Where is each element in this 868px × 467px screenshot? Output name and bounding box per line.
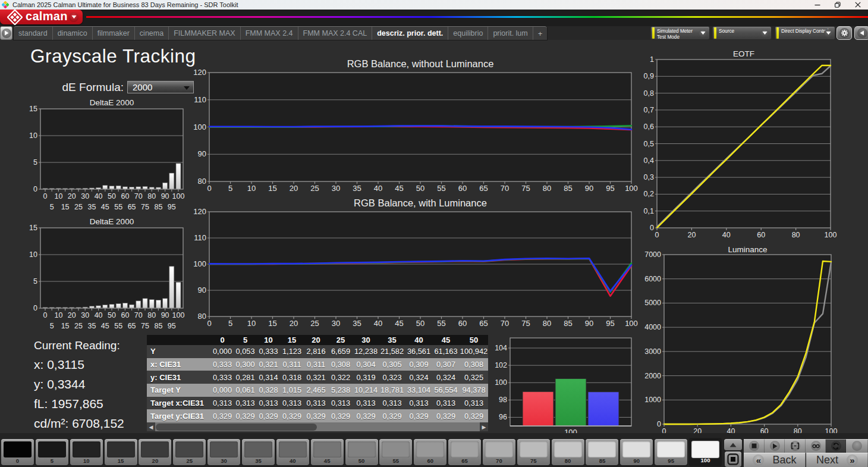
calman-menu-button[interactable]: calman bbox=[0, 10, 83, 24]
scroll-left-icon[interactable]: ◀ bbox=[147, 422, 155, 431]
svg-text:45: 45 bbox=[395, 319, 403, 328]
layout-tab-priorit-lum[interactable]: priorit. lum bbox=[488, 27, 533, 40]
layout-nav-button[interactable] bbox=[0, 26, 12, 40]
grayscale-patch-50[interactable]: 50 bbox=[345, 439, 378, 465]
grayscale-patch-60[interactable]: 60 bbox=[414, 439, 446, 465]
svg-text:10: 10 bbox=[54, 311, 62, 319]
grayscale-patch-5[interactable]: 5 bbox=[36, 439, 68, 465]
grayscale-patch-75[interactable]: 75 bbox=[517, 439, 550, 465]
svg-text:5: 5 bbox=[33, 277, 37, 286]
grayscale-patch-40[interactable]: 40 bbox=[276, 439, 309, 465]
table-scrollbar[interactable]: ◀ ▶ bbox=[147, 422, 488, 431]
grayscale-patch-95[interactable]: 95 bbox=[655, 439, 687, 465]
back-button[interactable]: « Back bbox=[744, 453, 806, 467]
layout-tab-dinamico[interactable]: dinamico bbox=[53, 27, 93, 40]
grayscale-patch-35[interactable]: 35 bbox=[242, 439, 275, 465]
next-button[interactable]: Next » bbox=[806, 453, 868, 467]
patch-level-label: 95 bbox=[655, 457, 687, 464]
stop-icon bbox=[749, 441, 759, 451]
svg-text:90: 90 bbox=[198, 149, 206, 158]
grayscale-patch-90[interactable]: 90 bbox=[620, 439, 653, 465]
patch-swatch bbox=[210, 441, 238, 457]
stop-button[interactable] bbox=[744, 439, 765, 453]
patch-swatch bbox=[279, 441, 307, 457]
table-cell: 0,309 bbox=[405, 358, 432, 371]
layout-tab-equilibrio[interactable]: equilibrio bbox=[448, 27, 488, 40]
refresh-button[interactable] bbox=[826, 439, 846, 453]
table-cell: 0,321 bbox=[257, 358, 280, 371]
table-cell: 0,304 bbox=[353, 358, 379, 371]
svg-text:98: 98 bbox=[499, 396, 507, 404]
table-cell: 0,308 bbox=[328, 358, 353, 371]
de-formula-select[interactable]: 2000 bbox=[127, 81, 194, 93]
grayscale-patch-30[interactable]: 30 bbox=[207, 439, 240, 465]
layout-tab-standard[interactable]: standard bbox=[14, 27, 53, 40]
svg-text:35: 35 bbox=[87, 203, 96, 211]
layout-tab-descriz-prior-dett-[interactable]: descriz. prior. dett. bbox=[372, 27, 448, 40]
infinity-button[interactable] bbox=[806, 439, 826, 453]
grayscale-patch-85[interactable]: 85 bbox=[586, 439, 618, 465]
scroll-right-icon[interactable]: ▶ bbox=[480, 422, 488, 431]
layout-tab-add[interactable]: + bbox=[533, 27, 548, 40]
patch-level-label: 50 bbox=[345, 457, 378, 464]
table-cell: 0,329 bbox=[353, 409, 379, 422]
svg-text:90: 90 bbox=[161, 311, 169, 319]
table-cell: 0,329 bbox=[432, 409, 460, 422]
table-cell: 5,238 bbox=[328, 384, 353, 397]
patch-level-label: 75 bbox=[517, 457, 550, 464]
patch-swatch bbox=[382, 441, 410, 457]
svg-text:95: 95 bbox=[606, 184, 614, 193]
svg-text:20: 20 bbox=[290, 184, 298, 193]
grayscale-patch-15[interactable]: 15 bbox=[105, 439, 137, 465]
layout-tab-FMM-MAX-2-4-CAL[interactable]: FMM MAX 2.4 CAL bbox=[298, 27, 373, 40]
grayscale-patch-80[interactable]: 80 bbox=[552, 439, 584, 465]
dropdown-source[interactable]: Source bbox=[712, 26, 772, 40]
layout-tab-cinema[interactable]: cinema bbox=[135, 27, 169, 40]
svg-text:0,3: 0,3 bbox=[644, 173, 654, 181]
pattern-window-button[interactable] bbox=[725, 452, 741, 467]
svg-text:15: 15 bbox=[61, 203, 70, 211]
svg-text:90: 90 bbox=[585, 184, 593, 193]
grayscale-patch-20[interactable]: 20 bbox=[139, 439, 171, 465]
dropdown-simulated-meter[interactable]: Simulated MeterTest Mode bbox=[650, 26, 710, 40]
table-header: 35 bbox=[379, 335, 405, 345]
grayscale-patch-25[interactable]: 25 bbox=[173, 439, 206, 465]
grayscale-patch-70[interactable]: 70 bbox=[483, 439, 515, 465]
table-row: Y0,0000,0530,3331,1232,8166,65912,23821,… bbox=[147, 345, 488, 358]
close-button[interactable] bbox=[848, 0, 868, 10]
grayscale-patch-65[interactable]: 65 bbox=[448, 439, 481, 465]
record-button[interactable] bbox=[846, 439, 868, 453]
svg-text:40: 40 bbox=[374, 184, 382, 193]
calman-menu-dropdown[interactable] bbox=[69, 12, 78, 22]
collapse-panel-button[interactable] bbox=[854, 26, 868, 40]
play-button[interactable] bbox=[765, 439, 785, 453]
svg-text:4000: 4000 bbox=[644, 323, 661, 331]
grayscale-patch-0[interactable]: 0 bbox=[1, 439, 34, 465]
table-cell: 0,324 bbox=[405, 371, 432, 384]
pattern-up-button[interactable] bbox=[724, 439, 742, 450]
table-cell: 2,465 bbox=[304, 384, 328, 397]
luminance-chart: 01000200030004000500060007000Luminance02… bbox=[636, 244, 841, 440]
svg-text:7000: 7000 bbox=[644, 250, 661, 259]
patch-level-label: 15 bbox=[105, 457, 137, 464]
layout-tabs: standarddinamicofilmmakercinemaFILMMAKER… bbox=[14, 26, 547, 40]
layout-tab-FILMMAKER-MAX[interactable]: FILMMAKER MAX bbox=[169, 27, 241, 40]
svg-text:EOTF: EOTF bbox=[733, 49, 754, 58]
settings-button[interactable] bbox=[836, 26, 852, 40]
grayscale-patch-10[interactable]: 10 bbox=[70, 439, 103, 465]
minimize-button[interactable] bbox=[807, 0, 828, 10]
patch-level-label: 40 bbox=[276, 457, 309, 464]
grayscale-patch-100[interactable]: 100 bbox=[689, 438, 722, 466]
grayscale-patch-45[interactable]: 45 bbox=[311, 439, 344, 465]
maximize-restore-button[interactable] bbox=[828, 0, 848, 10]
dropdown-direct-display-control[interactable]: Direct Display Control bbox=[775, 26, 835, 40]
grayscale-patch-55[interactable]: 55 bbox=[379, 439, 412, 465]
step-button[interactable] bbox=[785, 439, 806, 453]
layout-tab-FMM-MAX-2-4[interactable]: FMM MAX 2.4 bbox=[241, 27, 298, 40]
svg-text:30: 30 bbox=[332, 319, 340, 328]
layout-tab-filmmaker[interactable]: filmmaker bbox=[93, 27, 135, 40]
svg-text:55: 55 bbox=[437, 184, 445, 193]
patch-level-label: 80 bbox=[552, 457, 584, 464]
table-header: 5 bbox=[234, 335, 257, 345]
scrollbar-thumb[interactable] bbox=[156, 424, 317, 431]
